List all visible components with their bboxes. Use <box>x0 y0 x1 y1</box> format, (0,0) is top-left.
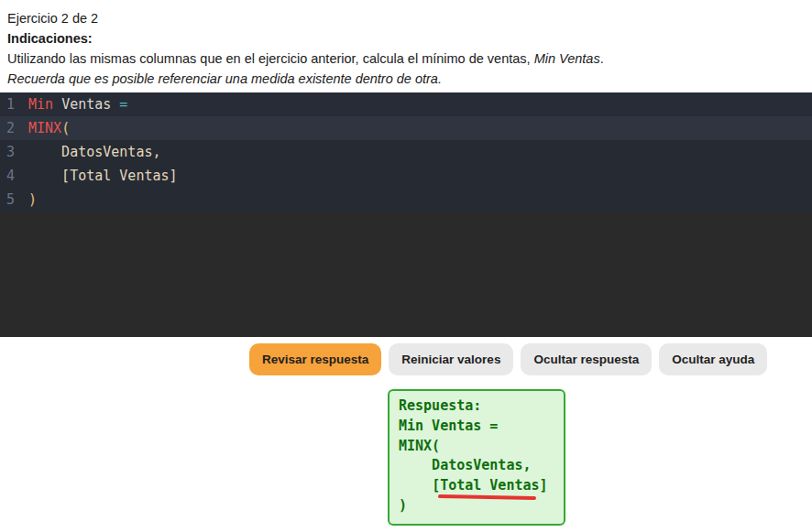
code-line: 2MINX( <box>0 116 812 140</box>
code-token-keyword: Min <box>28 96 53 113</box>
answer-title: Respuesta: <box>399 396 556 417</box>
instruction-measure-name: Min Ventas <box>534 51 600 66</box>
answer-code-line: DatosVentas, <box>399 456 556 476</box>
code-token-literal: [Total Ventas] <box>28 168 178 184</box>
review-answer-button[interactable]: Revisar respuesta <box>249 343 381 375</box>
code-line: 4 [Total Ventas] <box>0 164 812 188</box>
indications-label: Indicaciones: <box>7 28 812 49</box>
answer-code-line: MINX( <box>399 437 556 457</box>
toolbar: Revisar respuestaReiniciar valoresOculta… <box>249 343 812 375</box>
answer-underlined-text: [Total Ventas] <box>432 476 547 496</box>
code-token-paren: ( <box>61 120 70 136</box>
code-editor[interactable]: 1Min Ventas =2MINX(3 DatosVentas,4 [Tota… <box>0 92 812 337</box>
instruction-suffix: . <box>600 51 604 66</box>
line-number: 3 <box>0 140 28 164</box>
line-number: 2 <box>0 116 28 140</box>
exercise-page: Ejercicio 2 de 2 Indicaciones: Utilizand… <box>0 0 812 526</box>
code-text: Min Ventas = <box>28 92 127 116</box>
line-number: 4 <box>0 164 28 188</box>
code-token-operator: = <box>119 96 127 113</box>
code-text: ) <box>28 188 37 212</box>
answer-panel: Respuesta: Min Ventas =MINX( DatosVentas… <box>388 389 565 526</box>
exercise-counter: Ejercicio 2 de 2 <box>7 8 812 28</box>
code-token-ident: Ventas <box>61 96 111 113</box>
code-token-literal: DatosVentas, <box>28 144 161 160</box>
instruction-text: Utilizando las mismas columnas que en el… <box>7 49 812 69</box>
note-text: Recuerda que es posible referenciar una … <box>7 69 812 89</box>
code-lines: 1Min Ventas =2MINX(3 DatosVentas,4 [Tota… <box>0 92 812 212</box>
answer-code: Min Ventas =MINX( DatosVentas, [Total Ve… <box>399 417 556 516</box>
line-number: 1 <box>0 92 28 116</box>
code-token-paren: ) <box>28 191 37 208</box>
exercise-header: Ejercicio 2 de 2 Indicaciones: Utilizand… <box>0 0 812 89</box>
code-text: DatosVentas, <box>28 140 161 164</box>
hide-answer-button[interactable]: Ocultar respuesta <box>521 343 652 375</box>
code-token-plain <box>111 96 119 113</box>
hide-help-button[interactable]: Ocultar ayuda <box>659 343 767 375</box>
code-token-keyword: MINX <box>28 120 61 136</box>
code-line: 1Min Ventas = <box>0 92 812 116</box>
instruction-prefix: Utilizando las mismas columnas que en el… <box>7 51 534 66</box>
code-text: MINX( <box>28 116 70 140</box>
code-token-plain <box>53 96 61 113</box>
code-line: 5) <box>0 188 812 212</box>
answer-code-line: [Total Ventas] <box>399 476 556 496</box>
reset-values-button[interactable]: Reiniciar valores <box>389 343 513 375</box>
code-text: [Total Ventas] <box>28 164 178 188</box>
answer-code-line: Min Ventas = <box>399 417 556 437</box>
code-line: 3 DatosVentas, <box>0 140 812 164</box>
line-number: 5 <box>0 188 28 212</box>
answer-indent <box>399 477 432 494</box>
